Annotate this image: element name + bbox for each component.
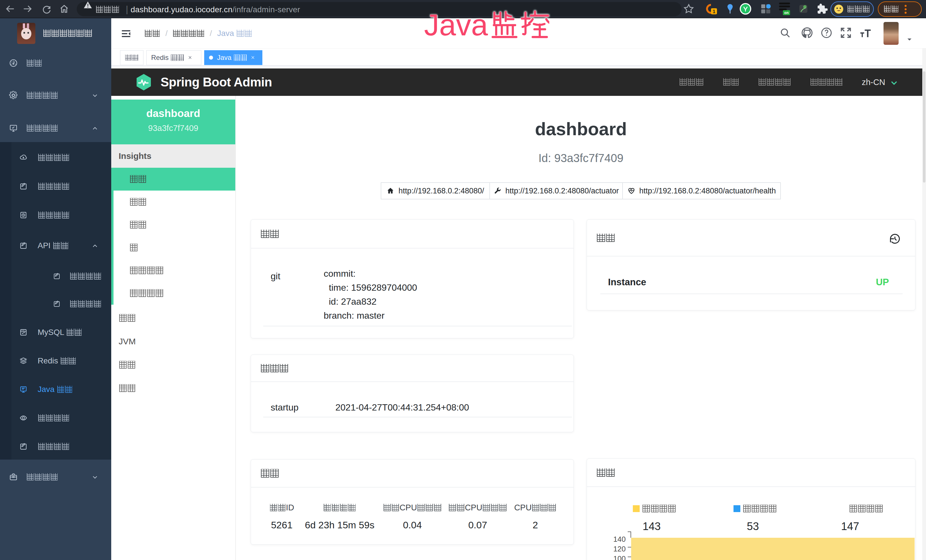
svg-text:1: 1 — [713, 9, 716, 14]
svg-text:on: on — [784, 11, 788, 15]
